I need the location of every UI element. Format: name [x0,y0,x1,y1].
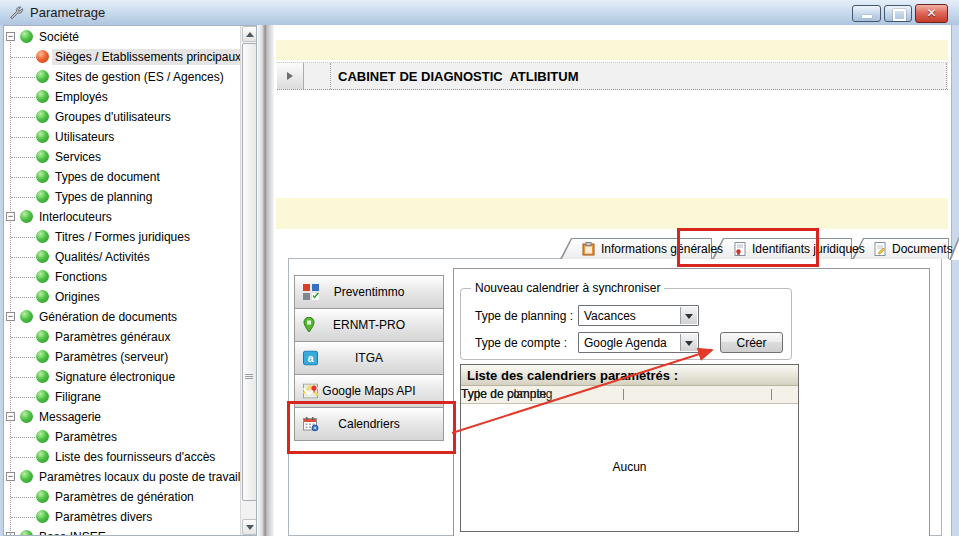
chevron-down-icon [685,314,693,323]
tree-item-employes[interactable]: Employés [4,87,240,107]
calendar-list-title: Liste des calendriers paramétrés : [461,365,798,386]
tree-item-sites-de-gestion-es-agences[interactable]: Sites de gestion (ES / Agences) [4,67,240,87]
tree-connector-line [11,57,35,58]
service-button-google-maps-api[interactable]: Google Maps API [294,374,444,408]
minimize-icon [862,15,872,18]
expand-toggle[interactable]: − [6,472,15,481]
tree-item-label: Types de document [52,169,163,185]
status-orb-icon [36,430,49,443]
expand-toggle[interactable]: − [6,212,15,221]
tree-item-utilisateurs[interactable]: Utilisateurs [4,127,240,147]
expand-toggle[interactable]: − [6,32,15,41]
calendar-list-body: Aucun [461,402,798,531]
create-button[interactable]: Créer [720,332,783,353]
tree-item-parametres[interactable]: Paramètres [4,427,240,447]
tree-item-titres-formes-juridiques[interactable]: Titres / Formes juridiques [4,227,240,247]
tree-connector-line [11,137,35,138]
tree-item-label: Génération de documents [36,309,180,325]
tree-item-signature-electronique[interactable]: Signature électronique [4,367,240,387]
tree-item-messagerie[interactable]: − Messagerie [4,407,240,427]
account-type-value: Google Agenda [584,336,667,350]
tree-item-label: Paramètres [52,429,120,445]
tree-scrollbar[interactable] [240,26,257,535]
status-orb-icon [20,530,33,536]
maximize-button[interactable] [884,5,912,22]
tree-item-label: Paramètres divers [52,509,155,525]
status-orb-icon [20,410,33,423]
tree-item-sieges-etablissements-principaux-ep[interactable]: Sièges / Etablissements principaux (EP) [4,47,240,67]
scrollbar-grip-icon [245,374,253,380]
status-orb-icon [36,170,49,183]
tree-connector-line [11,77,35,78]
tree-connector-line [11,157,35,158]
tree-item-groupes-dutilisateurs[interactable]: Groupes d'utilisateurs [4,107,240,127]
expand-toggle[interactable]: + [6,532,15,536]
tree-item-parametres-serveur[interactable]: Paramètres (serveur) [4,347,240,367]
tree-item-base-insee[interactable]: + Base INSEE [4,527,240,536]
tree-item-qualites-activites[interactable]: Qualités/ Activités [4,247,240,267]
tab-strip: Informations générales Identifiants juri… [560,233,959,259]
tree-item-fonctions[interactable]: Fonctions [4,267,240,287]
tree-item-label: Types de planning [52,189,155,205]
tree-item-interlocuteurs[interactable]: − Interlocuteurs [4,207,240,227]
account-type-label: Type de compte : [475,336,567,350]
account-type-select[interactable]: Google Agenda [578,332,699,353]
tree-item-label: Filigrane [52,389,104,405]
tab-comptes-web[interactable]: Comptes Web [949,234,959,260]
tab-informations-generales[interactable]: Informations générales [560,238,712,259]
tree-item-parametres-generaux[interactable]: Paramètres généraux [4,327,240,347]
tab-documents[interactable]: Documents [852,238,949,259]
tree-item-liste-des-fournisseurs-dacces[interactable]: Liste des fournisseurs d'accès [4,447,240,467]
tree-connector-line [11,177,35,178]
status-orb-icon [36,190,49,203]
tree-item-parametres-divers[interactable]: Paramètres divers [4,507,240,527]
planning-type-select[interactable]: Vacances [578,305,699,326]
status-orb-icon [36,50,49,63]
service-button-ernmtpro[interactable]: ERNMT-PRO [294,308,444,342]
dropdown-button[interactable] [680,307,697,324]
service-button-preventimmo[interactable]: Preventimmo [294,275,444,309]
status-orb-icon [36,110,49,123]
dropdown-button[interactable] [680,334,697,351]
tab-identifiants-juridiques[interactable]: Identifiants juridiques [712,238,852,259]
google-maps-icon [303,384,318,399]
panel-splitter[interactable] [257,25,274,536]
service-button-calendriers[interactable]: Calendriers [294,407,444,441]
certificate-icon [734,242,746,256]
minimize-button[interactable] [852,5,881,22]
tree-item-types-de-planning[interactable]: Types de planning [4,187,240,207]
status-orb-icon [36,70,49,83]
service-button-itga[interactable]: a ITGA [294,341,444,375]
tree-connector-line [11,237,35,238]
tree-connector-line [11,117,35,118]
tree-item-parametres-de-generation[interactable]: Paramètres de génération [4,487,240,507]
scroll-up-button[interactable] [242,26,257,42]
tree-item-generation-de-documents[interactable]: − Génération de documents [4,307,240,327]
tree-connector-line [11,497,35,498]
column-header-type-de-compte[interactable]: Type de compte [461,387,546,401]
comptes-web-tab-page: Preventimmo ERNMT-PRO a ITGA Google Maps… [288,258,942,536]
tree-item-filigrane[interactable]: Filigrane [4,387,240,407]
status-orb-icon [36,130,49,143]
svg-text:a: a [307,352,314,364]
tree-item-services[interactable]: Services [4,147,240,167]
expand-toggle[interactable]: − [6,312,15,321]
tree-item-label: Origines [52,289,103,305]
close-button[interactable]: ✕ [915,4,948,23]
tree-item-label: Groupes d'utilisateurs [52,109,174,125]
expand-toggle[interactable]: − [6,412,15,421]
status-orb-icon [36,150,49,163]
scrollbar-thumb[interactable] [242,43,257,501]
main-panel: CABINET DE DIAGNOSTIC ATLIBITUM Informat… [274,25,951,536]
scroll-down-button[interactable] [242,519,257,535]
tree-item-origines[interactable]: Origines [4,287,240,307]
tree-item-parametres-locaux-du-poste-de-travail[interactable]: − Paramètres locaux du poste de travail [4,467,240,487]
new-calendar-groupbox: Nouveau calendrier à synchroniser Type d… [460,288,792,360]
tree-item-types-de-document[interactable]: Types de document [4,167,240,187]
arrow-up-icon [246,28,254,37]
tree-connector-line [11,97,35,98]
tree-item-societe[interactable]: − Société [4,27,240,47]
row-arrow-icon [287,72,297,80]
row-selector-button[interactable] [277,63,304,89]
status-orb-icon [20,470,33,483]
